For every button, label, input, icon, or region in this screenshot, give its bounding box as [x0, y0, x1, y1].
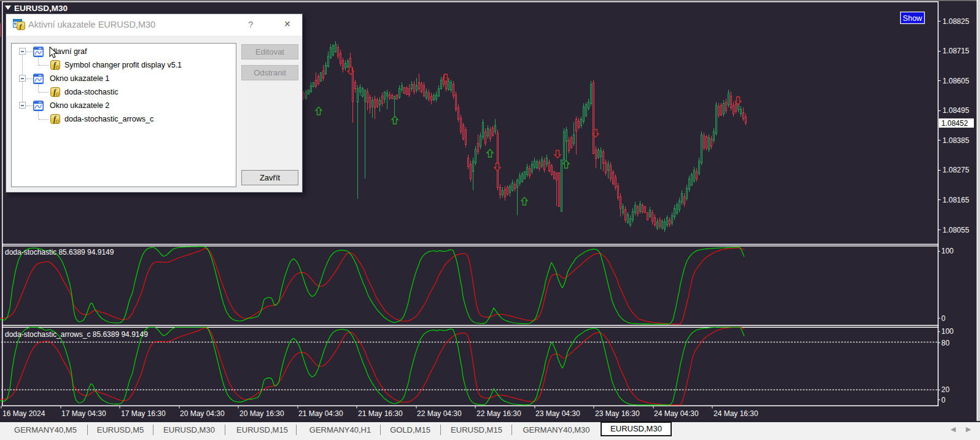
- svg-text:1.08825: 1.08825: [943, 17, 970, 26]
- svg-text:EURUSD,M30: EURUSD,M30: [14, 4, 68, 13]
- svg-text:doda-stochastic_arrows_c 85.63: doda-stochastic_arrows_c 85.6389 94.9149: [5, 330, 148, 339]
- svg-text:24 May 16:30: 24 May 16:30: [714, 409, 758, 418]
- svg-text:1.08715: 1.08715: [943, 47, 970, 55]
- svg-text:1.08275: 1.08275: [943, 166, 970, 174]
- svg-text:23 May 16:30: 23 May 16:30: [595, 409, 640, 418]
- svg-text:17 May 04:30: 17 May 04:30: [61, 409, 106, 418]
- svg-text:20 May 04:30: 20 May 04:30: [180, 409, 225, 418]
- svg-text:Show: Show: [903, 14, 922, 23]
- svg-text:23 May 04:30: 23 May 04:30: [535, 409, 580, 418]
- svg-text:80: 80: [941, 339, 950, 347]
- svg-text:24 May 04:30: 24 May 04:30: [654, 409, 699, 418]
- svg-text:20: 20: [941, 385, 950, 394]
- svg-text:1.08385: 1.08385: [943, 136, 970, 145]
- svg-text:17 May 16:30: 17 May 16:30: [121, 409, 166, 418]
- svg-text:22 May 16:30: 22 May 16:30: [476, 409, 521, 418]
- svg-text:0: 0: [941, 396, 946, 404]
- svg-text:100: 100: [941, 327, 954, 336]
- svg-text:1.08452: 1.08452: [941, 119, 968, 128]
- svg-text:21 May 16:30: 21 May 16:30: [358, 409, 403, 418]
- svg-text:22 May 04:30: 22 May 04:30: [417, 409, 462, 418]
- svg-text:16 May 2024: 16 May 2024: [2, 409, 45, 418]
- svg-text:20 May 16:30: 20 May 16:30: [239, 409, 284, 418]
- svg-text:0: 0: [941, 314, 946, 323]
- svg-text:100: 100: [941, 247, 954, 255]
- svg-text:doda-stochastic 85.6389 94.914: doda-stochastic 85.6389 94.9149: [5, 248, 114, 257]
- svg-text:21 May 04:30: 21 May 04:30: [298, 409, 343, 418]
- svg-text:1.08495: 1.08495: [943, 106, 970, 115]
- svg-text:1.08605: 1.08605: [943, 77, 970, 85]
- svg-text:1.08055: 1.08055: [943, 226, 970, 234]
- svg-text:1.08165: 1.08165: [943, 196, 970, 204]
